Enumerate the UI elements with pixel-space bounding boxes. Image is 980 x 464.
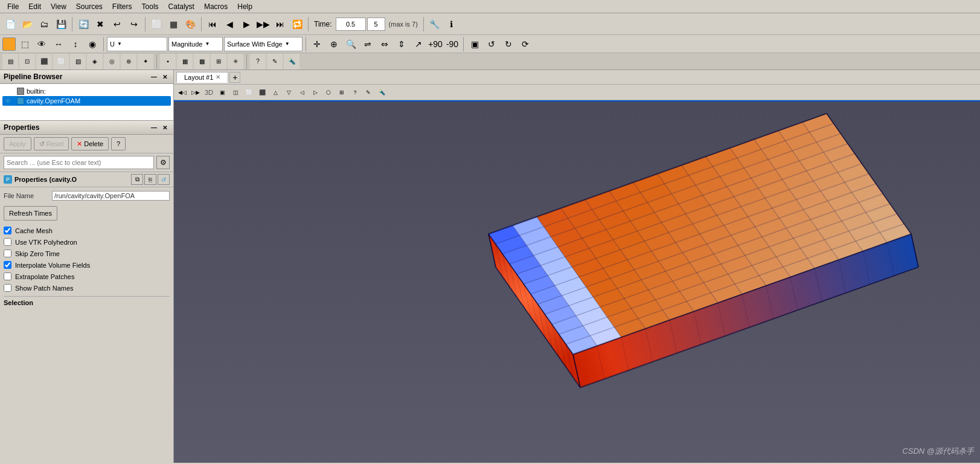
render-mode-dropdown[interactable]: Surface With Edge ▼ xyxy=(224,37,303,51)
vp-btn8[interactable]: ▽ xyxy=(283,86,295,98)
menu-view[interactable]: View xyxy=(46,1,71,12)
vp-btn6[interactable]: ⬛ xyxy=(256,86,268,98)
opacity-btn[interactable]: ⬚ xyxy=(17,36,33,52)
disconnect-btn[interactable]: ✖ xyxy=(92,16,108,32)
magnitude-dropdown[interactable]: Magnitude ▼ xyxy=(168,37,223,51)
tb3-btn4[interactable]: ⬜ xyxy=(53,54,69,69)
delete-button[interactable]: ✕ Delete xyxy=(71,137,109,150)
refresh-times-button[interactable]: Refresh Times xyxy=(4,206,57,221)
undo-btn[interactable]: ↩ xyxy=(109,16,125,32)
nav1-btn[interactable]: ⇌ xyxy=(360,36,376,52)
tb3-extra3[interactable]: 🔦 xyxy=(284,54,299,69)
apply-button[interactable]: Apply xyxy=(4,137,31,150)
menu-macros[interactable]: Macros xyxy=(199,1,232,12)
props-minimize-icon[interactable]: — xyxy=(149,123,159,132)
search-gear-icon[interactable]: ⚙ xyxy=(156,156,170,169)
tb3-btn8[interactable]: ⊛ xyxy=(121,54,136,69)
interact2-btn[interactable]: ⊕ xyxy=(326,36,342,52)
vp-btn2[interactable]: ▷▶ xyxy=(190,86,202,98)
vtk-polyhedron-row[interactable]: Use VTK Polyhedron xyxy=(4,236,170,248)
vp-btn10[interactable]: ▷ xyxy=(309,86,321,98)
interact1-btn[interactable]: ✛ xyxy=(309,36,325,52)
menu-edit[interactable]: Edit xyxy=(24,1,46,12)
redo-btn[interactable]: ↪ xyxy=(126,16,142,32)
tb3-btn3[interactable]: ⬛ xyxy=(36,54,52,69)
tb3-btn2[interactable]: ⊡ xyxy=(19,54,35,69)
pipeline-cavity[interactable]: 👁 cavity.OpenFOAM xyxy=(2,96,171,106)
color-var-dropdown[interactable]: U ▼ xyxy=(107,37,167,51)
visibility-btn[interactable]: 👁 xyxy=(34,36,50,52)
cavity-eye-icon[interactable]: 👁 xyxy=(5,97,14,105)
menu-file[interactable]: File xyxy=(2,1,24,12)
connect-btn[interactable]: 🔄 xyxy=(75,16,91,32)
cache-mesh-row[interactable]: Cache Mesh xyxy=(4,225,170,236)
props-close-icon[interactable]: ✕ xyxy=(160,123,170,132)
tb3-layout5[interactable]: ✳ xyxy=(228,54,243,69)
nav2-btn[interactable]: ⇔ xyxy=(377,36,392,52)
tb3-extra2[interactable]: ✎ xyxy=(267,54,283,69)
play-mode-btn[interactable]: ▶▶ xyxy=(255,16,271,32)
interact-btn[interactable]: ⬜ xyxy=(149,16,164,32)
eye2-btn[interactable]: ◉ xyxy=(85,36,100,52)
color-swatch[interactable] xyxy=(2,37,16,51)
vp-btn12[interactable]: ⊞ xyxy=(336,86,348,98)
cache-mesh-checkbox[interactable] xyxy=(4,227,11,234)
skip-last-btn[interactable]: ⏭ xyxy=(272,16,288,32)
interpolate-checkbox[interactable] xyxy=(4,261,11,269)
open-btn[interactable]: 📂 xyxy=(19,16,35,32)
prev-btn[interactable]: ◀ xyxy=(222,16,237,32)
tb3-extra1[interactable]: ? xyxy=(250,54,266,69)
add-tab-button[interactable]: + xyxy=(229,72,240,83)
color-btn[interactable]: 🎨 xyxy=(182,16,198,32)
pipeline-minimize-icon[interactable]: — xyxy=(149,72,159,82)
props-copy-btn[interactable]: ⧉ xyxy=(131,174,143,185)
pipeline-close-icon[interactable]: ✕ xyxy=(160,72,170,82)
vp-btn3[interactable]: ▣ xyxy=(216,86,228,98)
loop-btn[interactable]: 🔁 xyxy=(289,16,305,32)
rotate-cw-btn[interactable]: +90 xyxy=(428,36,443,52)
tb3-layout2[interactable]: ▦ xyxy=(177,54,193,69)
interpolate-row[interactable]: Interpolate Volume Fields xyxy=(4,259,170,271)
tb3-layout3[interactable]: ▩ xyxy=(194,54,210,69)
canvas-area[interactable]: CSDN @源代码杀手 xyxy=(174,100,980,463)
time-input[interactable] xyxy=(336,18,366,31)
tb3-layout1[interactable]: ▪ xyxy=(160,54,176,69)
extrapolate-row[interactable]: Extrapolate Patches xyxy=(4,271,170,282)
save-state-btn[interactable]: 💾 xyxy=(53,16,69,32)
vp-btn14[interactable]: ✎ xyxy=(362,86,374,98)
new-btn[interactable]: 📄 xyxy=(2,16,18,32)
orientation-btn[interactable]: ↕ xyxy=(68,36,83,52)
props-paste-btn[interactable]: ⎘ xyxy=(144,174,156,185)
nav4-btn[interactable]: ↗ xyxy=(411,36,426,52)
show-patch-row[interactable]: Show Patch Names xyxy=(4,282,170,294)
props-refresh-btn[interactable]: ↺ xyxy=(158,174,170,185)
layout-tab[interactable]: Layout #1 ✕ xyxy=(176,72,228,83)
settings-btn[interactable]: 🔧 xyxy=(427,16,443,32)
vp-btn1[interactable]: ◀◁ xyxy=(176,86,188,98)
vp-btn11[interactable]: ⬡ xyxy=(322,86,335,98)
menu-help[interactable]: Help xyxy=(232,1,257,12)
refresh1-btn[interactable]: ↺ xyxy=(484,36,499,52)
vp-btn9[interactable]: ◁ xyxy=(296,86,308,98)
skip-zero-row[interactable]: Skip Zero Time xyxy=(4,248,170,259)
vp-btn15[interactable]: 🔦 xyxy=(376,86,388,98)
skip-zero-checkbox[interactable] xyxy=(4,250,11,257)
extrapolate-checkbox[interactable] xyxy=(4,272,11,280)
vp-btn5[interactable]: ⬜ xyxy=(243,86,255,98)
tab-close-icon[interactable]: ✕ xyxy=(216,74,220,80)
menu-tools[interactable]: Tools xyxy=(137,1,164,12)
zoom-btn[interactable]: 🔍 xyxy=(343,36,359,52)
menu-filters[interactable]: Filters xyxy=(107,1,137,12)
help-button[interactable]: ? xyxy=(111,137,126,150)
vp-btn13[interactable]: ? xyxy=(349,86,361,98)
time-step[interactable] xyxy=(367,18,385,31)
transform-btn[interactable]: ↔ xyxy=(51,36,66,52)
rotate-ccw-btn[interactable]: -90 xyxy=(444,36,460,52)
tb3-btn7[interactable]: ◎ xyxy=(104,54,120,69)
tb3-btn9[interactable]: ✦ xyxy=(138,54,153,69)
tb3-btn6[interactable]: ◈ xyxy=(87,54,103,69)
tb3-btn5[interactable]: ▧ xyxy=(70,54,86,69)
menu-catalyst[interactable]: Catalyst xyxy=(164,1,199,12)
show-patch-checkbox[interactable] xyxy=(4,284,11,292)
vp-btn7[interactable]: △ xyxy=(269,86,281,98)
